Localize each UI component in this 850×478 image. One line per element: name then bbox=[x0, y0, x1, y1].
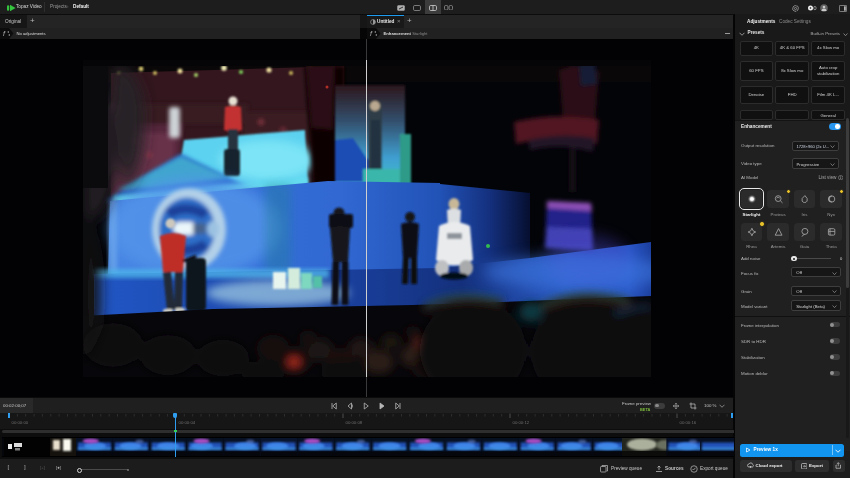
svg-text:00:00:04: 00:00:04 bbox=[179, 420, 196, 425]
svg-text:00:00:12: 00:00:12 bbox=[513, 420, 530, 425]
svg-text:00:00:16: 00:00:16 bbox=[680, 420, 697, 425]
svg-text:00:00:00: 00:00:00 bbox=[12, 420, 29, 425]
svg-text:00:00:08: 00:00:08 bbox=[346, 420, 363, 425]
